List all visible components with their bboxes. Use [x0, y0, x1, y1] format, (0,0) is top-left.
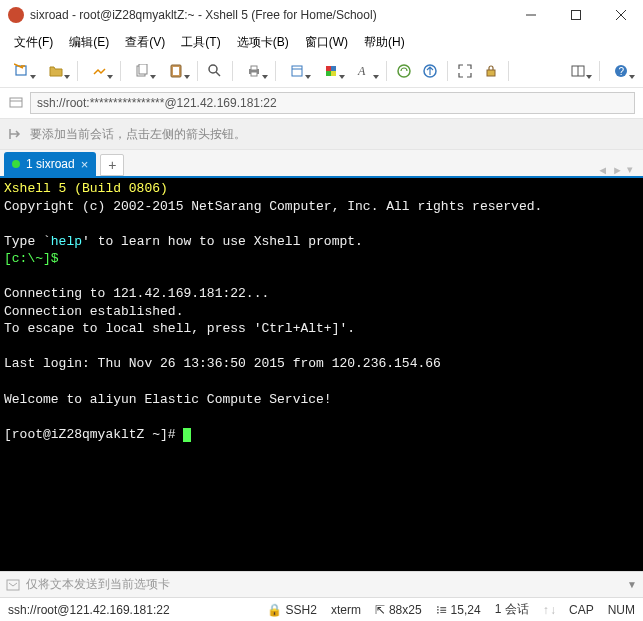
lock-icon: 🔒: [267, 603, 282, 617]
menu-tools[interactable]: 工具(T): [175, 32, 226, 53]
send-bar: 仅将文本发送到当前选项卡 ▼: [0, 571, 643, 597]
tab-add-button[interactable]: +: [100, 154, 124, 176]
tab-label: 1 sixroad: [26, 157, 75, 171]
open-button[interactable]: [40, 59, 72, 83]
toolbar-separator: [275, 61, 276, 81]
status-protocol: 🔒SSH2: [267, 603, 317, 617]
send-icon[interactable]: [6, 579, 20, 591]
tab-nav: ◄ ► ▾: [597, 163, 639, 176]
menu-file[interactable]: 文件(F): [8, 32, 59, 53]
size-icon: ⇱: [375, 603, 385, 617]
lock-button[interactable]: [479, 59, 503, 83]
tab-list-icon[interactable]: ▾: [627, 163, 633, 176]
tab-prev-icon[interactable]: ◄: [597, 164, 608, 176]
toolbar-separator: [447, 61, 448, 81]
svg-rect-20: [326, 71, 331, 76]
term-line: help: [51, 234, 82, 249]
term-line: ' to learn how to use Xshell prompt.: [82, 234, 363, 249]
status-traffic-icon: ↑ ↓: [543, 603, 555, 617]
toolbar-separator: [386, 61, 387, 81]
fullscreen-button[interactable]: [453, 59, 477, 83]
tab-close-icon[interactable]: ×: [81, 158, 89, 171]
layout-button[interactable]: [562, 59, 594, 83]
terminal[interactable]: Xshell 5 (Build 0806) Copyright (c) 2002…: [0, 178, 643, 571]
window-controls: [508, 0, 643, 30]
term-prompt: [c:\~]$: [4, 251, 59, 266]
toolbar-separator: [508, 61, 509, 81]
tab-next-icon[interactable]: ►: [612, 164, 623, 176]
toolbar-separator: [77, 61, 78, 81]
close-button[interactable]: [598, 0, 643, 30]
svg-line-12: [216, 72, 220, 76]
svg-point-23: [398, 65, 410, 77]
term-line: To escape to local shell, press 'Ctrl+Al…: [4, 321, 355, 336]
svg-rect-8: [139, 64, 147, 74]
svg-rect-21: [331, 71, 336, 76]
status-sessions: 1 会话: [495, 601, 529, 618]
svg-rect-14: [251, 66, 257, 70]
reconnect-button[interactable]: [83, 59, 115, 83]
pos-icon: ⁝≡: [436, 603, 447, 617]
menu-edit[interactable]: 编辑(E): [63, 32, 115, 53]
xagent-button[interactable]: [392, 59, 416, 83]
toolbar-separator: [120, 61, 121, 81]
tab-strip: 1 sixroad × + ◄ ► ▾: [0, 150, 643, 178]
status-cap: CAP: [569, 603, 594, 617]
term-prompt: [root@iZ28qmyakltZ ~]#: [4, 427, 183, 442]
status-size: ⇱88x25: [375, 603, 422, 617]
minimize-button[interactable]: [508, 0, 553, 30]
send-text[interactable]: 仅将文本发送到当前选项卡: [26, 576, 621, 593]
svg-rect-15: [251, 72, 257, 76]
hint-arrow-icon[interactable]: [8, 127, 24, 141]
svg-rect-19: [331, 66, 336, 71]
menu-view[interactable]: 查看(V): [119, 32, 171, 53]
svg-rect-32: [7, 580, 19, 590]
status-termtype: xterm: [331, 603, 361, 617]
titlebar: sixroad - root@iZ28qmyakltZ:~ - Xshell 5…: [0, 0, 643, 30]
svg-rect-30: [10, 98, 22, 107]
term-line: Connecting to 121.42.169.181:22...: [4, 286, 269, 301]
cursor: [183, 428, 191, 442]
term-line: Xshell 5 (Build 0806): [4, 181, 168, 196]
svg-point-11: [209, 65, 217, 73]
menu-help[interactable]: 帮助(H): [358, 32, 411, 53]
svg-text:A: A: [357, 64, 366, 78]
statusbar: ssh://root@121.42.169.181:22 🔒SSH2 xterm…: [0, 597, 643, 621]
menubar: 文件(F) 编辑(E) 查看(V) 工具(T) 选项卡(B) 窗口(W) 帮助(…: [0, 30, 643, 54]
toolbar-separator: [232, 61, 233, 81]
status-connection: ssh://root@121.42.169.181:22: [8, 603, 170, 617]
properties-button[interactable]: [281, 59, 313, 83]
term-line: Type `: [4, 234, 51, 249]
menu-window[interactable]: 窗口(W): [299, 32, 354, 53]
svg-rect-16: [292, 66, 302, 76]
status-num: NUM: [608, 603, 635, 617]
svg-rect-1: [571, 11, 580, 20]
find-button[interactable]: [203, 59, 227, 83]
svg-rect-25: [487, 70, 495, 76]
app-icon: [8, 7, 24, 23]
status-cursor-pos: ⁝≡15,24: [436, 603, 481, 617]
send-dropdown-icon[interactable]: ▼: [627, 579, 637, 590]
copy-button[interactable]: [126, 59, 158, 83]
new-session-button[interactable]: [6, 59, 38, 83]
xftp-button[interactable]: [418, 59, 442, 83]
color-scheme-button[interactable]: [315, 59, 347, 83]
paste-button[interactable]: [160, 59, 192, 83]
term-line: Welcome to aliyun Elastic Compute Servic…: [4, 392, 332, 407]
window-title: sixroad - root@iZ28qmyakltZ:~ - Xshell 5…: [30, 8, 508, 22]
font-button[interactable]: A: [349, 59, 381, 83]
help-button[interactable]: ?: [605, 59, 637, 83]
maximize-button[interactable]: [553, 0, 598, 30]
session-icon[interactable]: [8, 95, 24, 111]
print-button[interactable]: [238, 59, 270, 83]
address-input[interactable]: ssh://root:****************@121.42.169.1…: [30, 92, 635, 114]
tab-status-dot: [12, 160, 20, 168]
svg-rect-10: [173, 67, 179, 75]
term-line: Last login: Thu Nov 26 13:36:50 2015 fro…: [4, 356, 441, 371]
menu-tabs[interactable]: 选项卡(B): [231, 32, 295, 53]
hint-text: 要添加当前会话，点击左侧的箭头按钮。: [30, 126, 246, 143]
hint-bar: 要添加当前会话，点击左侧的箭头按钮。: [0, 118, 643, 150]
toolbar: A ?: [0, 54, 643, 88]
toolbar-separator: [197, 61, 198, 81]
tab-sixroad[interactable]: 1 sixroad ×: [4, 152, 96, 176]
